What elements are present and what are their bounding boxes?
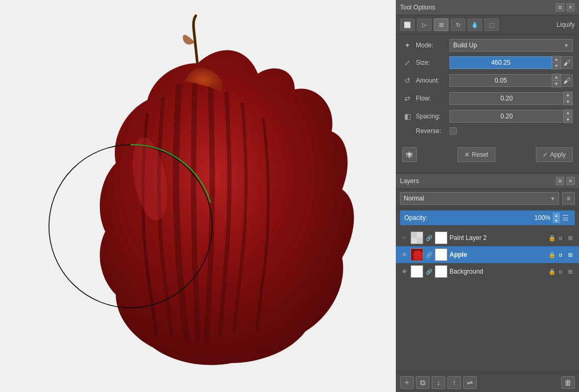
- amount-row: ↺ Amount: ▲ ▼ 🖌: [402, 74, 573, 87]
- add-layer-button[interactable]: ＋: [400, 376, 414, 389]
- mode-control: Build Up ▼: [450, 39, 573, 52]
- size-decrement-button[interactable]: ▼: [552, 63, 561, 69]
- size-increment-button[interactable]: ▲: [552, 56, 561, 63]
- spacing-decrement-button[interactable]: ▼: [564, 116, 572, 123]
- liquify-label: Liquify: [556, 21, 575, 28]
- layer-lock-icon-background: 🔒: [548, 268, 556, 275]
- reset-button[interactable]: ✕ Reset: [457, 147, 495, 162]
- spacing-control: ▲ ▼: [450, 109, 573, 123]
- layer-name-apple: Apple: [450, 251, 546, 258]
- layers-maximize-icon[interactable]: ⧉: [556, 177, 564, 185]
- spacing-label: Spacing:: [416, 113, 446, 120]
- flow-input[interactable]: [450, 92, 564, 105]
- svg-rect-7: [435, 249, 447, 260]
- flow-decrement-button[interactable]: ▼: [564, 98, 572, 105]
- svg-rect-9: [435, 266, 447, 277]
- mode-icon: ✦: [402, 40, 413, 51]
- spacing-input[interactable]: [450, 110, 564, 123]
- layer-alpha-icon-apple: α: [557, 252, 564, 258]
- blend-mode-dropdown[interactable]: Normal ▼: [400, 192, 559, 205]
- layer-row-paint-layer-2[interactable]: 👁 🔗 Paint Layer 2 🔒 α ⊞: [396, 229, 579, 246]
- svg-rect-4: [417, 238, 423, 244]
- tool-btn-transform[interactable]: ⬜: [400, 18, 415, 31]
- layer-mask-thumb-apple: [435, 248, 447, 261]
- spacing-input-wrap: ▲ ▼: [450, 109, 573, 123]
- layer-mask-thumb-paint-layer-2: [435, 232, 447, 244]
- layer-row-apple[interactable]: 👁 🔗 Apple 🔒 α ⊞: [396, 246, 579, 263]
- mode-dropdown[interactable]: Build Up ▼: [450, 39, 573, 52]
- layer-lock-icon-apple: 🔒: [548, 252, 556, 258]
- layers-footer: ＋ ⧉ ↓ ↑ ⇌ 🗑: [396, 373, 579, 392]
- size-label: Size:: [416, 59, 446, 66]
- svg-rect-5: [435, 232, 447, 244]
- tool-btn-warp[interactable]: ▷: [417, 18, 432, 31]
- amount-increment-button[interactable]: ▲: [552, 74, 561, 81]
- dropdown-arrow-icon: ▼: [564, 43, 569, 48]
- canvas-area[interactable]: [0, 0, 396, 392]
- apply-button[interactable]: ✓ Apply: [536, 147, 573, 162]
- layer-up-button[interactable]: ↑: [447, 376, 461, 389]
- svg-rect-8: [411, 266, 423, 277]
- layer-lock-icon-paint-layer-2: 🔒: [548, 235, 556, 242]
- svg-rect-3: [411, 232, 417, 238]
- delete-layer-button[interactable]: 🗑: [561, 376, 575, 389]
- flow-increment-button[interactable]: ▲: [564, 92, 572, 98]
- apply-label: Apply: [550, 151, 566, 158]
- layer-name-paint-layer-2: Paint Layer 2: [450, 234, 546, 242]
- layer-thumb-paint-layer-2: [411, 232, 423, 244]
- flow-input-wrap: ▲ ▼: [450, 92, 573, 105]
- opacity-row[interactable]: Opacity: 100% ▲ ▼ ☰: [400, 210, 575, 225]
- amount-decrement-button[interactable]: ▼: [552, 81, 561, 87]
- layer-actions-apple: 🔒 α ⊞: [548, 250, 575, 259]
- spider-icon-button[interactable]: 🕷: [402, 147, 417, 162]
- spacing-increment-button[interactable]: ▲: [564, 110, 572, 116]
- layer-extra-icon-background[interactable]: ⊞: [565, 267, 575, 276]
- opacity-label: Opacity:: [404, 214, 534, 222]
- layer-extra-icon-paint-layer-2[interactable]: ⊞: [565, 233, 575, 243]
- layers-close-icon[interactable]: ✕: [566, 177, 575, 185]
- amount-icon: ↺: [402, 75, 413, 86]
- layer-filter-button[interactable]: ≡: [562, 192, 575, 205]
- layers-menu-button[interactable]: ☰: [560, 210, 571, 225]
- blend-dropdown-arrow-icon: ▼: [550, 196, 555, 202]
- amount-label: Amount:: [416, 77, 446, 84]
- amount-brush-icon[interactable]: 🖌: [561, 74, 573, 87]
- layer-properties-button[interactable]: ⇌: [463, 376, 477, 389]
- amount-control: ▲ ▼ 🖌: [450, 74, 573, 87]
- layer-visibility-icon-paint-layer-2[interactable]: 👁: [400, 234, 408, 242]
- tool-btn-rotate[interactable]: ↻: [451, 18, 465, 31]
- duplicate-layer-button[interactable]: ⧉: [416, 376, 430, 389]
- spacing-spin-buttons: ▲ ▼: [564, 109, 573, 123]
- tool-btn-selection[interactable]: ⬚: [484, 18, 499, 31]
- amount-input[interactable]: [450, 74, 552, 87]
- layer-row-background[interactable]: 👁 🔗 Background 🔒 α ⊞: [396, 263, 579, 280]
- opacity-increment-button[interactable]: ▲: [553, 213, 560, 218]
- fruit-svg: [0, 0, 396, 392]
- options-rows: ✦ Mode: Build Up ▼ ⤢ Size: ▲: [396, 35, 579, 142]
- flow-control: ▲ ▼: [450, 92, 573, 105]
- layer-visibility-icon-background[interactable]: 👁: [400, 267, 408, 276]
- canvas-content: [0, 0, 396, 392]
- layers-panel: Layers ⧉ ✕ Normal ▼ ≡ Opacity: 100% ▲ ▼ …: [396, 174, 579, 392]
- layer-down-button[interactable]: ↓: [432, 376, 445, 389]
- apply-check-icon: ✓: [543, 151, 548, 158]
- tool-options-header: Tool Options ⧉ ✕: [396, 0, 579, 15]
- close-icon[interactable]: ✕: [566, 3, 575, 12]
- tool-btn-smear[interactable]: ⊞: [434, 18, 448, 31]
- opacity-decrement-button[interactable]: ▼: [553, 218, 560, 223]
- size-control: ▲ ▼ 🖌: [450, 56, 573, 69]
- layer-visibility-icon-apple[interactable]: 👁: [400, 250, 408, 259]
- layer-extra-icon-apple[interactable]: ⊞: [565, 250, 575, 259]
- layer-alpha-icon-paint-layer-2: α: [557, 235, 564, 241]
- amount-input-wrap: ▲ ▼: [450, 74, 561, 87]
- tool-options-title: Tool Options: [400, 4, 435, 11]
- reverse-checkbox[interactable]: [450, 127, 457, 135]
- mode-value: Build Up: [453, 42, 477, 49]
- reset-x-icon: ✕: [464, 151, 470, 158]
- maximize-icon[interactable]: ⧉: [556, 3, 564, 12]
- flow-spin-buttons: ▲ ▼: [564, 92, 573, 105]
- size-brush-icon[interactable]: 🖌: [561, 56, 573, 69]
- tool-btn-liquify[interactable]: 💧: [467, 18, 482, 31]
- reverse-label: Reverse:: [416, 127, 446, 135]
- size-input[interactable]: [450, 56, 552, 69]
